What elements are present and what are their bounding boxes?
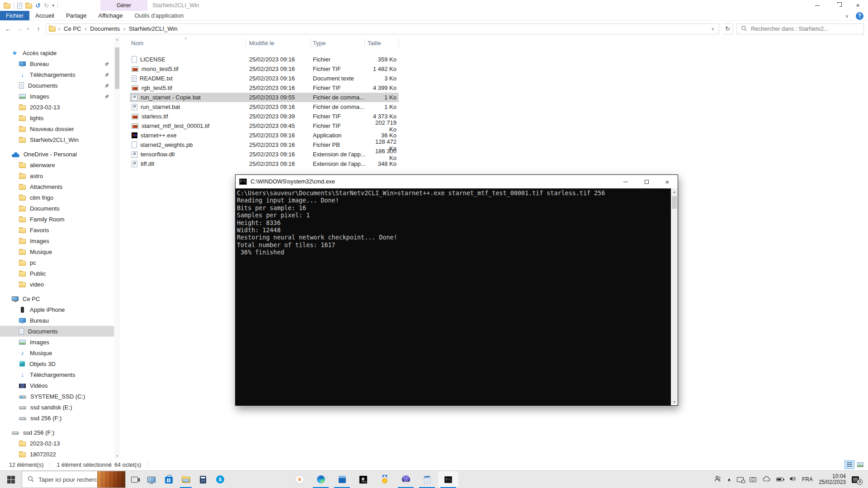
sidebar-item-t-l-chargements[interactable]: ↓Téléchargements xyxy=(0,369,114,380)
taskbar-app-calculator[interactable] xyxy=(194,471,212,488)
column-separator[interactable] xyxy=(311,38,311,47)
file-row-license[interactable]: LICENSE25/02/2023 09:16Fichier359 Ko xyxy=(130,55,399,64)
explorer-titlebar[interactable]: ↺ ↻ ▾ Gérer StarNetv2CLI_Win × xyxy=(0,0,868,11)
recent-locations-icon[interactable]: ∨ xyxy=(27,27,31,31)
scrollbar-thumb[interactable] xyxy=(672,196,677,209)
refresh-button[interactable]: ↻ xyxy=(722,23,733,34)
sidebar-item-public[interactable]: Public xyxy=(0,268,114,279)
sidebar-item-documents[interactable]: Documents xyxy=(0,203,114,214)
cmd-maximize-button[interactable] xyxy=(636,175,657,188)
battery-icon[interactable] xyxy=(776,478,783,481)
volume-icon[interactable] xyxy=(789,476,796,483)
scroll-up-icon[interactable]: ∧ xyxy=(114,37,120,43)
column-header-name[interactable]: Nom xyxy=(131,40,143,47)
scroll-down-icon[interactable]: ▼ xyxy=(671,399,678,405)
column-header-type[interactable]: Type xyxy=(313,40,326,47)
taskbar-app-game-bar[interactable] xyxy=(374,471,395,488)
ribbon-tab-accueil[interactable]: Accueil xyxy=(29,11,60,20)
sidebar-item-nouveau-dossier[interactable]: Nouveau dossier xyxy=(0,123,114,134)
file-row-starnet-mtf-test-00001-tif[interactable]: starnet_mtf_test_00001.tif25/02/2023 09:… xyxy=(130,121,399,131)
sidebar-item-ssd-256-f[interactable]: ssd 256 (F:) xyxy=(0,413,114,423)
back-button[interactable]: ← xyxy=(4,25,12,33)
sidebar-item-clim-frigo[interactable]: clim frigo xyxy=(0,192,114,203)
onedrive-icon[interactable] xyxy=(762,476,770,483)
ribbon-tab-fichier[interactable]: Fichier xyxy=(0,11,29,20)
network-icon[interactable] xyxy=(737,477,744,482)
sidebar-item-vid-os[interactable]: Vidéos xyxy=(0,380,114,391)
sidebar-item-systeme-ssd-c[interactable]: SYSTEME_SSD (C:) xyxy=(0,391,114,402)
taskbar-app-remote-desktop[interactable] xyxy=(143,471,160,488)
cmd-scrollbar[interactable]: ▲ ▼ xyxy=(671,188,678,405)
sidebar-item-documents[interactable]: Documents xyxy=(0,80,114,91)
breadcrumb-item-documents[interactable]: Documents xyxy=(88,25,122,32)
sidebar-item-onedrive-personal[interactable]: OneDrive - Personal xyxy=(0,149,114,160)
sidebar-item-bureau[interactable]: Bureau xyxy=(0,315,114,326)
sidebar-item-lights[interactable]: lights xyxy=(0,113,114,123)
sidebar-item-musique[interactable]: Musique xyxy=(0,246,114,257)
help-icon[interactable]: ? xyxy=(856,12,863,20)
scroll-up-icon[interactable]: ▲ xyxy=(671,188,678,195)
large-icons-view-button[interactable] xyxy=(855,460,865,469)
cmd-titlebar[interactable]: C:\WINDOWS\system32\cmd.exe × xyxy=(236,175,678,188)
sidebar-item-bureau[interactable]: Bureau xyxy=(0,58,114,69)
forward-button[interactable]: → xyxy=(15,25,24,33)
sidebar-item-apple-iphone[interactable]: Apple iPhone xyxy=(0,304,114,315)
breadcrumb-item-starnetv2cli-win[interactable]: StarNetv2CLI_Win xyxy=(127,25,179,32)
sidebar-item-starnetv2cli-win[interactable]: StarNetv2CLI_Win xyxy=(0,134,114,145)
sidebar-item-images[interactable]: Images xyxy=(0,235,114,246)
column-separator[interactable] xyxy=(399,38,399,47)
notification-center-icon[interactable]: 9 xyxy=(852,476,859,483)
undo-icon[interactable]: ↺ xyxy=(35,2,41,9)
start-button[interactable] xyxy=(0,471,22,488)
cmd-close-button[interactable]: × xyxy=(657,175,678,188)
camera-icon[interactable] xyxy=(750,477,756,482)
people-icon[interactable] xyxy=(714,475,722,483)
breadcrumb-item-ce-pc[interactable]: Ce PC xyxy=(62,25,83,32)
ribbon-tab-outils-d-application[interactable]: Outils d'application xyxy=(128,11,189,20)
taskbar-search-input[interactable]: Taper ici pour rechercher xyxy=(22,471,126,488)
address-dropdown-icon[interactable]: ∨ xyxy=(711,27,716,31)
sidebar-item-acc-s-rapide[interactable]: ★Accès rapide xyxy=(0,47,114,58)
column-header-modified[interactable]: Modifié le xyxy=(249,40,274,47)
sidebar-item-attachments[interactable]: Attachments xyxy=(0,181,114,192)
hidden-icons-chevron[interactable]: ∧ xyxy=(727,477,731,482)
file-row-rgb-test5-tif[interactable]: rgb_test5.tif25/02/2023 09:16Fichier TIF… xyxy=(130,83,399,93)
manage-contextual-tab[interactable]: Gérer xyxy=(100,0,147,11)
sidebar-item-astro[interactable]: astro xyxy=(0,170,114,181)
taskbar-app-task-view[interactable] xyxy=(126,471,143,488)
clock[interactable]: 10:04 25/02/2023 xyxy=(819,474,846,486)
taskbar-app-microsoft-store[interactable] xyxy=(160,471,177,488)
sidebar-item-images[interactable]: Images xyxy=(0,337,114,347)
up-button[interactable]: ↑ xyxy=(34,25,42,33)
cmd-minimize-button[interactable] xyxy=(615,175,636,188)
column-separator[interactable] xyxy=(364,38,365,47)
expand-ribbon-icon[interactable]: ∨ xyxy=(845,14,849,19)
file-row-readme-txt[interactable]: README.txt25/02/2023 09:16Document texte… xyxy=(130,74,399,83)
sidebar-item-family-room[interactable]: Family Room xyxy=(0,214,114,225)
file-row-starless-tif[interactable]: starless.tif25/02/2023 09:39Fichier TIF4… xyxy=(130,112,399,121)
taskbar-app-command-prompt[interactable] xyxy=(438,471,459,488)
column-header-size[interactable]: Taille xyxy=(368,40,381,47)
taskbar-app-night-sky-app[interactable] xyxy=(395,471,416,488)
details-view-button[interactable] xyxy=(844,460,854,469)
sidebar-scrollbar[interactable]: ∧ ∨ xyxy=(114,37,120,459)
properties-icon[interactable] xyxy=(17,3,22,9)
sidebar-item-2023-02-13[interactable]: 2023-02-13 xyxy=(0,102,114,113)
file-row-mono-test5-tif[interactable]: mono_test5.tif25/02/2023 09:16Fichier TI… xyxy=(130,64,399,74)
sidebar-item-video[interactable]: video xyxy=(0,279,114,290)
sidebar-item-documents[interactable]: Documents xyxy=(0,326,114,337)
sidebar-item-alienware[interactable]: alienware xyxy=(0,160,114,170)
file-row-run-starnet-bat[interactable]: run_starnet.bat25/02/2023 09:16Fichier d… xyxy=(130,102,399,112)
sidebar-item-ce-pc[interactable]: Ce PC xyxy=(0,293,114,304)
file-row-run-starnet-copie-bat[interactable]: run_starnet - Copie.bat25/02/2023 09:55F… xyxy=(130,93,399,102)
redo-icon[interactable]: ↻ xyxy=(44,2,49,9)
file-row-tensorflow-dll[interactable]: tensorflow.dll25/02/2023 09:16Extension … xyxy=(130,150,399,159)
column-separator[interactable] xyxy=(245,38,246,47)
sidebar-item-t-l-chargements[interactable]: ↓Téléchargements xyxy=(0,69,114,80)
taskbar-app-a-logo-app[interactable] xyxy=(289,471,310,488)
language-indicator[interactable]: FRA xyxy=(802,476,813,483)
sidebar-item-18072022[interactable]: 18072022 xyxy=(0,449,114,459)
minimize-button[interactable] xyxy=(807,0,827,11)
taskbar-app-skype[interactable] xyxy=(212,471,229,488)
sidebar-item-musique[interactable]: ♪Musique xyxy=(0,347,114,358)
